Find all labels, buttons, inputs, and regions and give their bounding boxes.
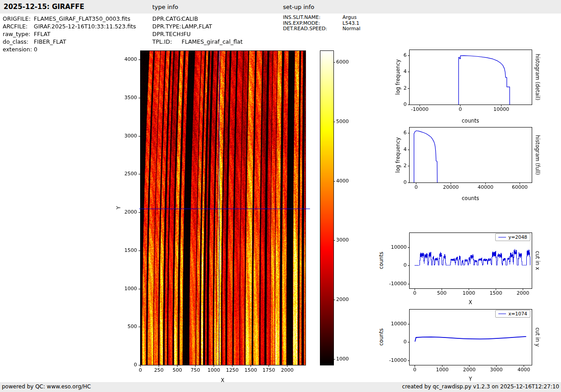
setup-info-heading: set-up info: [283, 4, 315, 10]
meta-value: CALIB: [182, 15, 198, 23]
meta-label: DPR.TECH:: [152, 30, 182, 38]
meta-row: DET.READ.SPEED:Normal: [283, 26, 360, 32]
cut-y-x-axis-label: Y: [469, 376, 472, 382]
cut-x-legend-label: y=2048: [508, 234, 527, 240]
page-title: 2025-12-15: GIRAFFE: [4, 3, 84, 11]
meta-value: LAMP,FLAT: [182, 23, 212, 30]
meta-label: ARCFILE:: [3, 23, 34, 30]
hist-detail-x-axis-label: counts: [462, 118, 479, 124]
meta-row: do_class:FIBER_FLAT: [3, 38, 136, 46]
meta-value: FIBER_FLAT: [34, 38, 66, 46]
qc-report-page: 2025-12-15: GIRAFFE type info set-up inf…: [0, 0, 561, 392]
meta-label: DPR.TYPE:: [152, 23, 182, 30]
meta-label: do_class:: [3, 38, 34, 46]
cut-y-legend: x=1074: [495, 310, 530, 318]
meta-value: Argus: [342, 15, 357, 21]
meta-label: INS.SLIT.NAME:: [283, 15, 342, 21]
histogram-detail-plot: [388, 46, 539, 118]
meta-row: ORIGFILE:FLAMES_GIRAF_FLAT350_0003.fits: [3, 15, 136, 23]
cut-x-side-label: cut in x: [534, 251, 541, 270]
meta-label: ORIGFILE:: [3, 15, 34, 23]
cut-x-x-axis-label: X: [469, 299, 472, 305]
meta-label: DET.READ.SPEED:: [283, 26, 342, 32]
meta-label: TPL.ID:: [152, 38, 182, 46]
meta-value: FFLAT: [34, 30, 50, 38]
meta-row: extension:0: [3, 46, 136, 53]
meta-row: ARCFILE:GIRAF.2025-12-16T10:33:11.523.fi…: [3, 23, 136, 30]
meta-value: IFU: [182, 30, 191, 38]
footer-bar: powered by QC: www.eso.org/HC created by…: [0, 382, 561, 392]
type-info-heading: type info: [152, 4, 178, 10]
hist-full-side-label: histogram (full): [534, 135, 541, 175]
meta-row: DPR.TYPE:LAMP,FLAT: [152, 23, 242, 30]
raw-frame-heatmap: [113, 45, 351, 378]
footer-powered-by: powered by QC: www.eso.org/HC: [2, 383, 91, 390]
meta-label: extension:: [3, 46, 34, 53]
meta-value: Normal: [342, 26, 360, 32]
footer-created-by: created by qc_rawdisp.py v1.2.3 on 2025-…: [402, 383, 559, 390]
meta-value: FLAMES_GIRAF_FLAT350_0003.fits: [34, 15, 130, 23]
setup-info-block: INS.SLIT.NAME:Argus INS.EXP.MODE:L543.1 …: [283, 15, 360, 32]
cut-x-legend: y=2048: [495, 233, 530, 241]
legend-line-icon: [498, 314, 506, 314]
meta-value: FLAMES_giraf_cal_flat: [182, 38, 242, 46]
meta-row: DPR.TECH:IFU: [152, 30, 242, 38]
hist-full-y-axis-label: log frequency: [395, 137, 401, 173]
file-info-block: ORIGFILE:FLAMES_GIRAF_FLAT350_0003.fits …: [3, 15, 136, 53]
main-y-axis-label: Y: [115, 206, 122, 209]
cut-y-legend-label: x=1074: [508, 311, 527, 317]
legend-line-icon: [498, 237, 506, 237]
cut-y-side-label: cut in y: [534, 328, 541, 347]
cut-x-y-axis-label: counts: [378, 252, 384, 269]
type-info-block: DPR.CATG:CALIB DPR.TYPE:LAMP,FLAT DPR.TE…: [152, 15, 242, 46]
meta-label: DPR.CATG:: [152, 15, 182, 23]
cut-y-y-axis-label: counts: [378, 328, 384, 346]
hist-detail-side-label: histogram (detail): [534, 54, 541, 100]
hist-detail-y-axis-label: log frequency: [395, 59, 401, 95]
meta-row: raw_type:FFLAT: [3, 30, 136, 38]
meta-value: GIRAF.2025-12-16T10:33:11.523.fits: [34, 23, 136, 30]
meta-row: DPR.CATG:CALIB: [152, 15, 242, 23]
header-bar: 2025-12-15: GIRAFFE type info set-up inf…: [0, 0, 561, 14]
hist-full-x-axis-label: counts: [462, 195, 479, 201]
meta-row: TPL.ID:FLAMES_giraf_cal_flat: [152, 38, 242, 46]
meta-label: raw_type:: [3, 30, 34, 38]
meta-row: INS.SLIT.NAME:Argus: [283, 15, 360, 21]
meta-value: 0: [34, 46, 37, 53]
histogram-full-plot: [388, 123, 539, 196]
